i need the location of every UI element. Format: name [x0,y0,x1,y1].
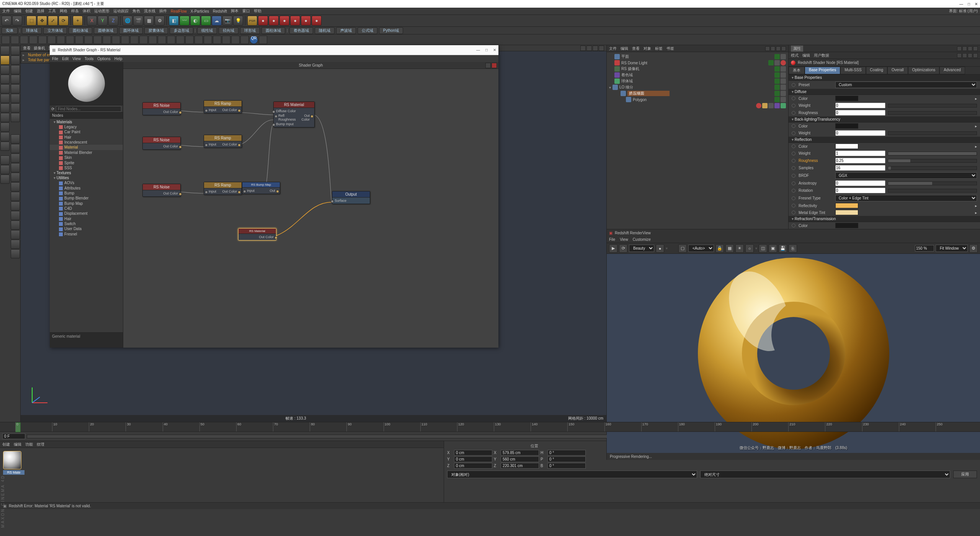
tree-group[interactable]: Utilities [50,175,123,180]
win-close[interactable]: ✕ [493,48,496,52]
field-button[interactable]: 圆环体域 [119,27,143,34]
om-menu-item[interactable]: 查看 [632,46,640,51]
axis-y[interactable]: Y [98,16,108,26]
tree-item[interactable]: Switch [50,221,123,226]
attr-nav[interactable] [962,53,967,58]
tool-button[interactable] [11,192,20,201]
vp-nav-icon[interactable] [599,46,604,51]
win-minimize[interactable]: — [476,48,480,52]
slider[interactable] [888,189,977,193]
viewport[interactable]: 查看 摄像机 显示 选项 过滤 面板 Number of emitters To… [21,45,606,422]
attr-tab[interactable]: Overall [887,67,908,74]
size-input[interactable] [501,456,539,462]
node-rs-ramp[interactable]: RS RampInputOut Color [204,182,242,195]
mode-button[interactable] [0,142,10,151]
tool-button[interactable] [11,75,20,84]
coord-mode-select[interactable]: 对象(相对) [447,471,697,478]
weight-input[interactable] [835,103,885,108]
rv-crop-icon[interactable]: ▢ [678,244,687,253]
mat-menu-item[interactable]: 功能 [25,442,33,447]
tree-item[interactable]: Legacy [50,124,123,129]
rv-menu-item[interactable]: View [620,237,628,242]
menu-item[interactable]: 选择 [37,8,44,14]
field-button[interactable]: 着色器域 [289,27,313,34]
mode-button[interactable] [0,56,10,65]
field-button[interactable]: 声波域 [336,27,356,34]
mat-menu-item[interactable]: 纹理 [37,442,44,447]
tool-icon[interactable] [213,36,221,44]
tool-button[interactable] [11,230,20,239]
generator[interactable]: ◐ [190,16,200,26]
tool-icon[interactable] [20,36,28,44]
node-rs-material[interactable]: RS Material Diffuse Color Refl Roughness… [273,101,315,127]
tool-icon[interactable] [149,36,157,44]
cube-primitive[interactable]: ◧ [169,16,179,26]
tool-button[interactable] [11,94,20,103]
attr-nav[interactable] [962,46,967,51]
mode-button[interactable] [0,123,10,132]
tree-item[interactable]: SSS [50,165,123,170]
roughness-input[interactable] [835,158,885,163]
rv-menu-item[interactable]: Customize [633,237,651,242]
aniso-input[interactable] [835,180,885,186]
apply-button[interactable]: 应用 [953,471,977,478]
tool-button[interactable] [11,211,20,220]
brdf-select[interactable]: GGX [835,172,977,179]
attr-tab[interactable]: Advanced [939,67,965,74]
start-frame-input[interactable] [2,433,25,439]
field-button[interactable]: 立方体域 [43,27,67,34]
render-settings[interactable]: ⚙ [155,16,165,26]
node-rs-noise[interactable]: RS NoiseOut Color [142,102,181,115]
material-item[interactable]: RS Mate [3,451,24,475]
attr-nav[interactable] [968,53,972,58]
tree-item[interactable]: Displacement [50,211,123,216]
tree-item[interactable]: C4D [50,206,123,211]
menu-item[interactable]: 网格 [60,8,67,14]
tool-icon[interactable] [139,36,148,44]
rv-save-icon[interactable]: 💾 [779,244,787,253]
rot-input[interactable] [547,463,586,469]
picker-icon[interactable]: ▸ [975,124,977,128]
tool-button[interactable] [11,134,20,144]
object-item[interactable]: 挤压细面 [608,90,787,96]
attr-tab[interactable]: Multi-SSS [840,67,866,74]
color-swatch[interactable] [835,123,858,129]
tree-item[interactable]: Material [50,145,123,150]
shader-menu-item[interactable]: View [72,57,81,61]
pos-input[interactable] [454,456,492,462]
node-output[interactable]: OutputSurface [332,191,370,204]
color-swatch[interactable] [835,223,858,228]
render-button[interactable]: 🎬 [133,16,143,26]
menu-item[interactable]: 运动跟踪 [113,8,129,14]
mat-menu-item[interactable]: 编辑 [14,442,21,447]
field-button[interactable]: 胶囊体域 [144,27,168,34]
node-rs-ramp[interactable]: RS RampInputOut Color [204,100,242,113]
rv-window-icon[interactable]: ▣ [769,244,777,253]
om-menu-item[interactable]: 对象 [644,46,651,51]
menu-item[interactable]: 脚本 [231,8,238,14]
tool-icon[interactable] [194,36,203,44]
tool-icon[interactable] [231,36,240,44]
tree-item[interactable]: Bump Map [50,201,123,206]
rv-compare-icon[interactable]: ◫ [759,244,767,253]
menu-item[interactable]: X-Particles [191,9,209,13]
node-search-input[interactable] [56,106,121,112]
object-item[interactable]: 球体域 [608,78,787,84]
weight-input[interactable] [835,150,885,156]
pos-input[interactable] [454,450,492,456]
rs-render-button[interactable]: ● [279,16,289,26]
slider[interactable] [888,131,977,135]
tool-icon[interactable] [121,36,129,44]
shader-menu-item[interactable]: File [52,57,58,61]
attr-tab[interactable]: Coating [866,67,887,74]
tool-icon[interactable] [112,36,120,44]
node-rs-bump[interactable]: RS Bump MapInputOut [242,182,280,194]
refresh-icon[interactable]: ⟳ [51,107,54,111]
node-rs-ramp[interactable]: RS RampInputOut Color [204,135,242,148]
timeline[interactable]: 0102030405060708090100110120130140150160… [0,422,980,432]
tool-icon[interactable] [57,36,65,44]
tree-item[interactable]: Bump [50,191,123,196]
tool-button[interactable] [11,221,20,230]
vp-nav-icon[interactable] [586,46,592,51]
mode-button[interactable] [0,75,10,84]
